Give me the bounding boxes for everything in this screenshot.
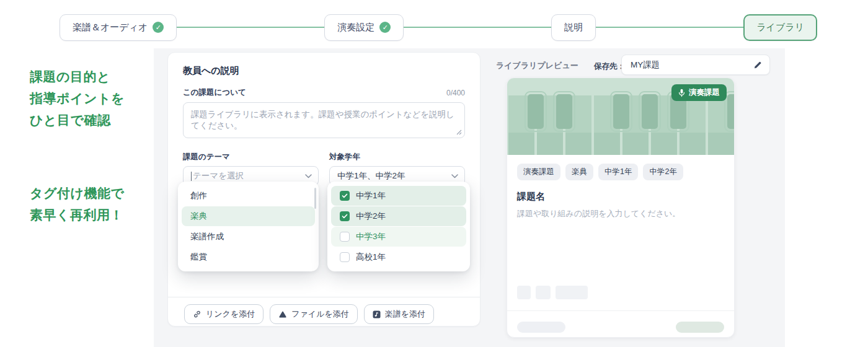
stepper-connector — [596, 27, 743, 28]
panel-title: 教員への説明 — [183, 65, 465, 77]
attach-score-button[interactable]: 楽譜を添付 — [364, 304, 434, 324]
performance-task-badge-label: 演奏課題 — [689, 87, 720, 98]
preview-card-placeholder: 課題や取り組みの説明を入力してください。 — [517, 208, 724, 219]
theme-option[interactable]: 楽譜作成 — [182, 227, 315, 247]
tag: 楽典 — [565, 164, 593, 180]
microphone-icon — [678, 89, 685, 97]
skeleton-block — [556, 286, 588, 299]
promo-line: 素早く再利用！ — [30, 204, 124, 226]
stepper-connector — [404, 27, 551, 28]
skeleton-block — [517, 286, 531, 299]
attach-link-button[interactable]: リンクを添付 — [184, 304, 264, 324]
step-score-audio[interactable]: 楽譜＆オーディオ ✓ — [60, 14, 177, 41]
grade-option[interactable]: 中学1年 — [331, 186, 466, 206]
link-icon — [193, 310, 202, 318]
grade-field-label: 対象学年 — [329, 152, 465, 162]
attach-buttons-row: リンクを添付 ファイルを添付 楽譜を添付 — [184, 304, 434, 324]
preview-tags: 演奏課題 楽典 中学1年 中学2年 — [517, 164, 724, 180]
attach-score-label: 楽譜を添付 — [385, 309, 425, 320]
tag: 演奏課題 — [517, 164, 560, 180]
stepper-connector — [177, 27, 324, 28]
theme-placeholder: テーマを選択 — [193, 170, 244, 182]
card-footer-divider — [507, 310, 734, 311]
step-description[interactable]: 説明 — [551, 14, 596, 41]
step-label: 演奏設定 — [337, 22, 374, 33]
step-library[interactable]: ライブラリ — [743, 14, 817, 41]
skeleton-row — [517, 286, 588, 299]
theme-dropdown: 創作 楽典 楽譜作成 鑑賞 — [178, 182, 319, 271]
grade-field: 対象学年 中学1年、中学2年 — [329, 152, 465, 186]
step-performance-settings[interactable]: 演奏設定 ✓ — [324, 14, 404, 41]
checkbox-checked-icon[interactable] — [340, 191, 350, 201]
dropdown-scrollbar[interactable] — [314, 188, 316, 209]
grade-option-label: 中学3年 — [356, 231, 386, 242]
skeleton-block — [536, 286, 551, 299]
theme-option[interactable]: 創作 — [182, 186, 315, 206]
chevron-down-icon — [305, 174, 312, 178]
library-preview-title: ライブラリプレビュー — [496, 60, 578, 71]
tag: 中学2年 — [643, 164, 683, 180]
grade-option[interactable]: 中学3年 — [331, 227, 466, 247]
piano-illustration: 演奏課題 — [507, 78, 734, 155]
grade-option-label: 高校1年 — [356, 252, 386, 263]
theme-field: 課題のテーマ テーマを選択 — [183, 152, 319, 186]
promo-line: 指導ポイントを — [30, 87, 125, 109]
theme-option-highlighted[interactable]: 楽典 — [182, 206, 315, 226]
grade-dropdown: 中学1年 中学2年 中学3年 高校1年 — [327, 182, 470, 271]
grade-option-label: 中学1年 — [356, 190, 386, 201]
score-icon — [373, 310, 381, 318]
about-field-label: この課題について — [183, 87, 246, 98]
library-preview-card: 演奏課題 演奏課題 楽典 中学1年 中学2年 課題名 課題や取り組みの説明を入力… — [507, 77, 735, 338]
theme-field-label: 課題のテーマ — [183, 152, 319, 162]
text-cursor — [191, 172, 192, 181]
grade-select-value: 中学1年、中学2年 — [337, 170, 405, 182]
attach-link-label: リンクを添付 — [206, 309, 255, 320]
promo-line: ひと目で確認 — [30, 109, 125, 131]
step-label: 楽譜＆オーディオ — [73, 22, 148, 33]
wizard-stepper: 楽譜＆オーディオ ✓ 演奏設定 ✓ 説明 ライブラリ — [60, 12, 817, 42]
skeleton-pill-right — [676, 322, 724, 333]
promo-line: タグ付け機能で — [30, 182, 124, 204]
skeleton-pill-left — [517, 322, 565, 333]
save-destination-value: MY課題 — [631, 59, 660, 71]
about-textarea[interactable] — [183, 102, 465, 138]
checkbox-unchecked-icon[interactable] — [340, 252, 350, 262]
teacher-description-panel: 教員への説明 この課題について 0/400 課題のテーマ テーマを選択 — [167, 52, 480, 327]
step-label: 説明 — [564, 22, 583, 33]
save-destination-select[interactable]: MY課題 — [621, 55, 770, 75]
checkbox-unchecked-icon[interactable] — [340, 232, 350, 242]
upload-icon — [278, 310, 287, 318]
theme-option[interactable]: 鑑賞 — [182, 247, 315, 267]
step-label: ライブラリ — [756, 22, 804, 33]
checkbox-checked-icon[interactable] — [340, 211, 350, 221]
preview-card-title: 課題名 — [517, 191, 724, 203]
check-icon: ✓ — [153, 22, 164, 33]
save-destination-label: 保存先： — [594, 61, 625, 72]
grade-option-label: 中学2年 — [356, 211, 386, 222]
grade-option[interactable]: 中学2年 — [331, 206, 466, 226]
check-icon: ✓ — [379, 22, 391, 33]
grade-option[interactable]: 高校1年 — [331, 247, 466, 267]
attach-file-label: ファイルを添付 — [291, 309, 349, 320]
attach-file-button[interactable]: ファイルを添付 — [270, 304, 358, 324]
promo-line: 課題の目的と — [30, 66, 125, 87]
chevron-down-icon — [451, 174, 458, 178]
promo-text-purpose: 課題の目的と 指導ポイントを ひと目で確認 — [30, 66, 125, 131]
performance-task-badge: 演奏課題 — [671, 84, 727, 101]
promo-text-tags: タグ付け機能で 素早く再利用！ — [30, 182, 124, 226]
panel-divider — [168, 297, 480, 297]
pencil-icon[interactable] — [753, 61, 762, 69]
tag: 中学1年 — [598, 164, 638, 180]
char-counter: 0/400 — [446, 89, 465, 97]
